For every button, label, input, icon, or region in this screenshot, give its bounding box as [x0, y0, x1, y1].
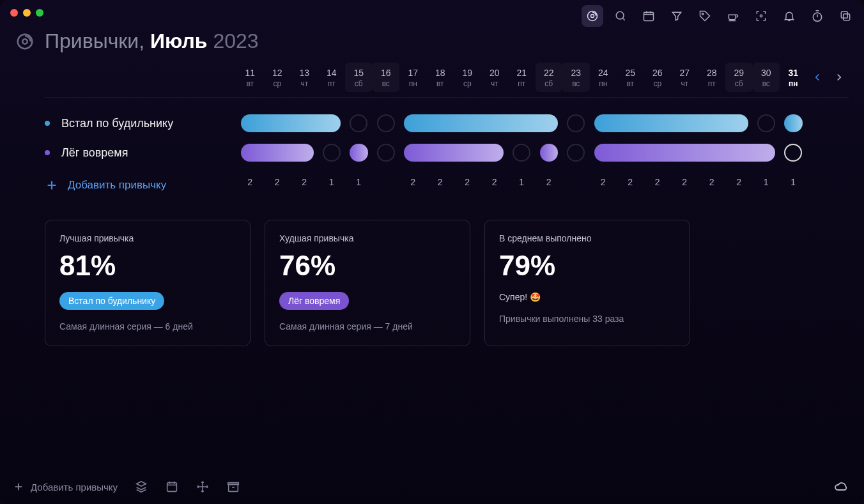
day-of-week: пн: [399, 79, 427, 88]
day-total: 2: [644, 177, 672, 187]
day-of-week: сб: [536, 79, 563, 88]
habit-streak[interactable]: [399, 144, 508, 162]
day-column[interactable]: 20чт: [481, 63, 509, 92]
day-of-week: чт: [671, 79, 698, 88]
habit-streak[interactable]: [399, 114, 562, 132]
day-number: 26: [644, 68, 672, 78]
day-total: 2: [454, 177, 481, 187]
day-number: 29: [725, 68, 753, 78]
day-column[interactable]: 12ср: [264, 63, 291, 92]
habit-streak[interactable]: [236, 144, 318, 162]
date-picker-icon[interactable]: [165, 480, 179, 494]
habit-day-cell[interactable]: [373, 114, 400, 132]
habits-view-icon[interactable]: [582, 5, 603, 27]
day-column[interactable]: 30вс: [753, 63, 780, 92]
stat-card: Лучшая привычка81%Встал по будильникуСам…: [45, 220, 251, 346]
habit-streak[interactable]: [236, 114, 345, 132]
day-total: [562, 177, 590, 187]
day-of-week: пт: [318, 79, 346, 88]
habit-streak[interactable]: [590, 144, 780, 162]
calendar-icon[interactable]: [638, 5, 660, 27]
day-total: 1: [318, 177, 346, 187]
day-number: 20: [481, 68, 509, 78]
window-controls: [10, 9, 43, 17]
habit-row: Встал по будильнику: [45, 109, 849, 138]
day-column[interactable]: 23вс: [562, 63, 590, 92]
search-icon[interactable]: [610, 5, 631, 27]
habit-streak[interactable]: [536, 144, 563, 162]
day-column[interactable]: 11вт: [236, 63, 264, 92]
day-column[interactable]: 25вт: [617, 63, 644, 92]
minimize-window-icon[interactable]: [23, 9, 31, 17]
day-total: 2: [481, 177, 509, 187]
habit-streak[interactable]: [345, 144, 373, 162]
day-total: 1: [508, 177, 536, 187]
bell-icon[interactable]: [778, 5, 800, 27]
habit-day-cell[interactable]: [508, 144, 536, 162]
day-of-week: чт: [481, 79, 509, 88]
habit-day-cell[interactable]: [373, 144, 400, 162]
habit-day-cell[interactable]: [345, 114, 373, 132]
tag-icon[interactable]: [694, 5, 716, 27]
day-column[interactable]: 17пн: [399, 63, 427, 92]
day-number: 16: [373, 68, 400, 78]
habit-streak[interactable]: [780, 114, 807, 132]
day-number: 21: [508, 68, 536, 78]
stat-footer: Привычки выполнены 33 раза: [499, 314, 675, 324]
add-habit-bottom-button[interactable]: Добавить привычку: [13, 481, 118, 493]
copy-icon[interactable]: [835, 5, 856, 27]
day-number: 25: [617, 68, 644, 78]
day-total: 2: [725, 177, 753, 187]
habit-day-cell[interactable]: [780, 144, 807, 162]
add-habit-button[interactable]: Добавить привычку: [45, 178, 166, 192]
stat-chip[interactable]: Лёг вовремя: [279, 292, 349, 310]
habit-name[interactable]: Встал по будильнику: [61, 117, 173, 130]
day-number: 22: [536, 68, 563, 78]
next-period-button[interactable]: [829, 68, 849, 87]
filter-icon[interactable]: [666, 5, 688, 27]
day-column[interactable]: 18вт: [427, 63, 454, 92]
habit-day-cell[interactable]: [562, 114, 590, 132]
target-icon: [15, 32, 35, 51]
day-column[interactable]: 15сб: [345, 63, 373, 92]
day-of-week: ср: [454, 79, 481, 88]
day-of-week: пн: [590, 79, 617, 88]
cloud-sync-icon[interactable]: [833, 478, 849, 494]
timer-icon[interactable]: [806, 5, 828, 27]
close-window-icon[interactable]: [10, 9, 18, 17]
day-total: 1: [780, 177, 807, 187]
top-toolbar: [582, 5, 856, 27]
layers-icon[interactable]: [134, 480, 148, 494]
habit-day-cell[interactable]: [318, 144, 346, 162]
focus-icon[interactable]: [750, 5, 772, 27]
day-column[interactable]: 14пт: [318, 63, 346, 92]
day-of-week: пт: [698, 79, 726, 88]
archive-icon[interactable]: [226, 480, 240, 494]
day-total: 1: [345, 177, 373, 187]
day-column[interactable]: 16вс: [373, 63, 400, 92]
day-column[interactable]: 29сб: [725, 63, 753, 92]
day-column[interactable]: 24пн: [590, 63, 617, 92]
prev-period-button[interactable]: [808, 68, 827, 87]
stat-value: 79%: [499, 250, 675, 282]
day-total: 1: [753, 177, 780, 187]
coffee-icon[interactable]: [722, 5, 744, 27]
habit-day-cell[interactable]: [562, 144, 590, 162]
habit-name[interactable]: Лёг вовремя: [61, 146, 128, 160]
stat-chip[interactable]: Встал по будильнику: [59, 292, 164, 310]
habit-streak[interactable]: [590, 114, 753, 132]
day-column[interactable]: 31пн: [780, 63, 807, 92]
zoom-window-icon[interactable]: [36, 9, 43, 17]
day-column[interactable]: 27чт: [671, 63, 698, 92]
habit-day-cell[interactable]: [753, 114, 780, 132]
day-column[interactable]: 13чт: [291, 63, 318, 92]
move-icon[interactable]: [196, 480, 210, 494]
day-column[interactable]: 28пт: [698, 63, 726, 92]
day-total: 2: [291, 177, 318, 187]
day-column[interactable]: 19ср: [454, 63, 481, 92]
day-column[interactable]: 22сб: [536, 63, 563, 92]
day-number: 12: [264, 68, 291, 78]
day-column[interactable]: 26ср: [644, 63, 672, 92]
day-column[interactable]: 21пт: [508, 63, 536, 92]
habit-bullet-icon: [45, 150, 50, 155]
